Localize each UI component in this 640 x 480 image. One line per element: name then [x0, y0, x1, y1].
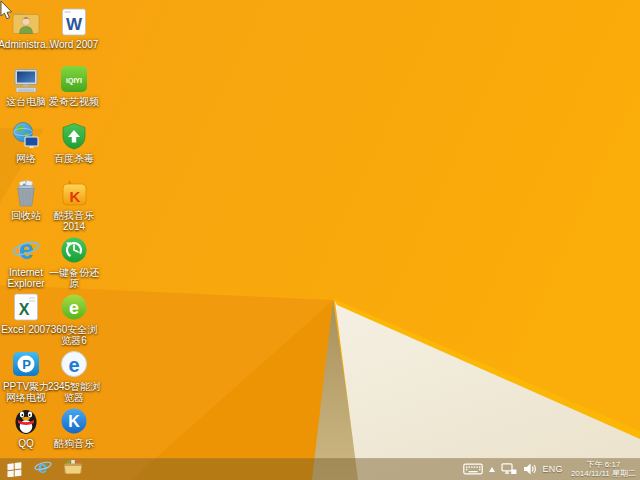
clock[interactable]: 下午 6:17 2014/11/11 星期二	[569, 460, 636, 479]
desktop-icon-onekey-backup[interactable]: 一键备份还原	[50, 234, 98, 291]
desktop-icon-pptv[interactable]: P PPTV聚力 网络电视	[2, 348, 50, 405]
qq-penguin-icon	[10, 405, 42, 437]
svg-text:e: e	[68, 354, 79, 376]
desktop-icon-internet-explorer[interactable]: e Internet Explorer	[2, 234, 50, 291]
360-browser-e-icon: e	[58, 291, 90, 323]
clock-date: 2014/11/11 星期二	[571, 469, 636, 479]
icon-label: 酷我音乐 2014	[46, 210, 102, 232]
desktop-icon-grid: Administra... W Word 2007	[2, 6, 98, 462]
svg-text:W: W	[66, 15, 83, 34]
desktop-icon-baidu-antivirus[interactable]: 百度杀毒	[50, 120, 98, 177]
network-status-icon[interactable]	[501, 458, 517, 480]
desktop-icon-360-browser[interactable]: e 360安全浏览器6	[50, 291, 98, 348]
desktop-icon-network[interactable]: 网络	[2, 120, 50, 177]
windows-logo-icon	[5, 458, 24, 480]
desktop-icon-qq[interactable]: QQ	[2, 405, 50, 462]
volume-icon[interactable]	[523, 458, 537, 480]
icon-label: 百度杀毒	[46, 153, 102, 164]
mouse-cursor	[0, 1, 14, 21]
folder-icon	[63, 458, 83, 480]
svg-text:X: X	[19, 301, 30, 318]
word-document-icon: W	[58, 6, 90, 38]
iqiyi-icon: iQIYI	[58, 63, 90, 95]
chevron-up-icon	[489, 467, 495, 472]
shield-icon	[58, 120, 90, 152]
svg-text:e: e	[18, 235, 33, 265]
2345-browser-e-icon: e	[58, 348, 90, 380]
ie-icon: e	[10, 234, 42, 266]
excel-document-icon: X	[10, 291, 42, 323]
svg-text:iQIYI: iQIYI	[66, 77, 82, 85]
desktop-icon-recycle-bin[interactable]: 回收站	[2, 177, 50, 234]
language-indicator[interactable]: ENG	[543, 464, 563, 474]
clock-time: 下午 6:17	[571, 460, 636, 470]
desktop-icon-2345-browser[interactable]: e 2345智能浏览器	[50, 348, 98, 405]
svg-text:P: P	[22, 357, 31, 372]
globe-network-icon	[10, 120, 42, 152]
recycle-bin-icon	[10, 177, 42, 209]
icon-label: 酷狗音乐	[46, 438, 102, 449]
icon-label: 爱奇艺视频	[46, 96, 102, 107]
taskbar: e	[0, 458, 640, 480]
icon-label: 360安全浏览器6	[46, 324, 102, 346]
desktop-icon-word-2007[interactable]: W Word 2007	[50, 6, 98, 63]
taskbar-internet-explorer[interactable]: e	[28, 458, 58, 480]
system-tray: ENG 下午 6:17 2014/11/11 星期二	[463, 458, 640, 480]
svg-text:e: e	[69, 298, 79, 318]
desktop: Administra... W Word 2007	[0, 0, 640, 480]
icon-label: 一键备份还原	[46, 267, 102, 289]
start-button[interactable]	[0, 458, 28, 480]
icon-label: 2345智能浏览器	[46, 381, 102, 403]
ie-icon: e	[33, 457, 53, 480]
taskbar-file-explorer[interactable]	[58, 458, 88, 480]
desktop-icon-this-pc[interactable]: 这台电脑	[2, 63, 50, 120]
svg-text:K: K	[70, 188, 81, 205]
desktop-icon-kugou[interactable]: K 酷狗音乐	[50, 405, 98, 462]
desktop-icon-iqiyi[interactable]: iQIYI 爱奇艺视频	[50, 63, 98, 120]
user-folder-icon	[10, 6, 42, 38]
svg-text:K: K	[68, 413, 80, 430]
icon-label: Word 2007	[46, 39, 102, 50]
backup-clock-icon	[58, 234, 90, 266]
touch-keyboard-icon[interactable]	[463, 458, 483, 480]
show-hidden-icons-button[interactable]	[489, 458, 495, 480]
kugou-k-icon: K	[58, 405, 90, 437]
kuwo-k-icon: ♪ K	[58, 177, 90, 209]
desktop-icon-kuwo-music[interactable]: ♪ K 酷我音乐 2014	[50, 177, 98, 234]
computer-icon	[10, 63, 42, 95]
pptv-p-icon: P	[10, 348, 42, 380]
desktop-icon-excel-2007[interactable]: X Excel 2007	[2, 291, 50, 348]
